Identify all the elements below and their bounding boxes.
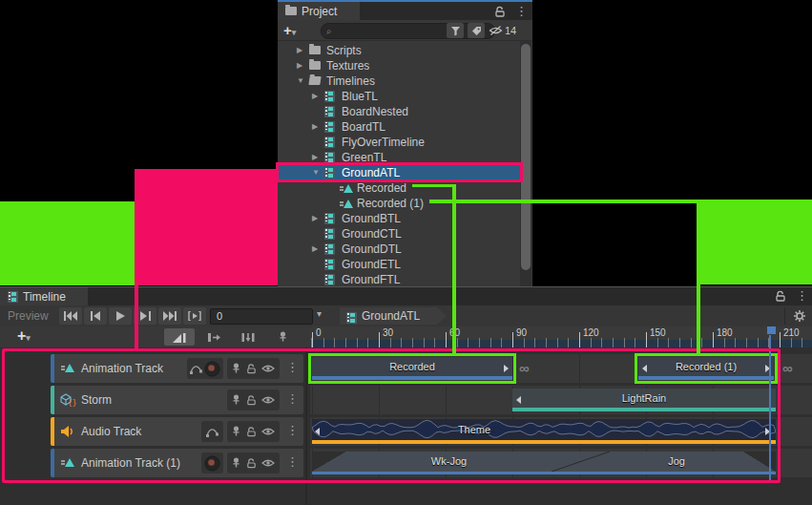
gear-icon — [793, 309, 806, 323]
folder-open-icon — [308, 76, 321, 85]
marker-pin-icon — [279, 331, 287, 343]
foldout-closed-icon[interactable]: ▶ — [312, 89, 318, 104]
goto-start-button[interactable] — [59, 307, 82, 325]
breadcrumb-label: GroundATL — [362, 309, 420, 323]
add-asset-button[interactable]: +▾ — [283, 22, 296, 38]
tree-item-label: Textures — [326, 58, 369, 74]
show-markers-button[interactable] — [270, 328, 295, 346]
timeline-window: Timeline ⋮ Preview 0 ▾ GroundATL — [0, 286, 812, 505]
kebab-menu-icon[interactable]: ⋮ — [796, 289, 808, 302]
unlock-icon[interactable] — [494, 6, 506, 17]
frame-field-value: 0 — [217, 310, 222, 322]
tree-item-grounddtl[interactable]: ▶GroundDTL — [278, 242, 520, 257]
frame-field[interactable]: 0 — [210, 308, 313, 325]
green-connector-recorded-v — [452, 184, 456, 353]
hidden-count-button[interactable]: 14 — [489, 23, 529, 38]
search-by-label-button[interactable] — [468, 23, 485, 38]
time-ruler[interactable]: 0306090120150180210 — [310, 326, 812, 347]
timeline-window-icon — [8, 291, 18, 303]
add-track-button[interactable]: +▾ — [17, 327, 31, 345]
search-by-type-icon — [450, 26, 461, 36]
pink-highlight-tracks — [2, 348, 781, 483]
timeline-asset-icon — [324, 213, 335, 224]
timeline-end-marker[interactable] — [767, 326, 776, 334]
tree-item-label: GroundETL — [342, 257, 401, 272]
tree-item-label: Timelines — [326, 74, 375, 89]
folder-icon — [285, 7, 297, 15]
tree-item-flyovertimeline[interactable]: FlyOverTimeline — [278, 135, 520, 150]
timeline-asset-icon — [324, 274, 335, 285]
ruler-label: 150 — [650, 327, 666, 338]
tab-project[interactable]: Project — [278, 2, 360, 20]
timeline-asset-icon — [324, 106, 335, 117]
timeline-tab-label: Timeline — [23, 290, 66, 304]
tree-item-label: GroundBTL — [342, 211, 401, 226]
tree-item-label: Recorded — [357, 180, 406, 196]
hidden-count: 14 — [505, 25, 516, 36]
dropdown-icon: ▾ — [26, 333, 31, 343]
transport-row: Preview 0 ▾ GroundATL — [0, 305, 812, 327]
tree-item-boardnested[interactable]: BoardNested — [278, 104, 520, 119]
pink-block — [135, 169, 278, 285]
tree-item-label: Scripts — [326, 43, 362, 58]
tree-item-recorded-1-[interactable]: Recorded (1) — [278, 196, 520, 211]
timeline-asset-icon — [324, 228, 335, 240]
play-button[interactable] — [109, 307, 132, 325]
green-connector-recorded1-v — [697, 200, 700, 353]
tree-item-recorded[interactable]: Recorded — [278, 180, 520, 196]
preview-toggle[interactable]: Preview — [8, 309, 49, 323]
unlock-icon[interactable] — [775, 290, 786, 302]
breadcrumb[interactable]: GroundATL — [340, 307, 447, 325]
kebab-menu-icon[interactable]: ⋮ — [515, 5, 528, 17]
previous-frame-button[interactable] — [84, 307, 107, 325]
edit-mode-mix-button[interactable] — [164, 328, 195, 346]
timeline-toolbar-row: +▾ 0306090120150180210 — [0, 326, 812, 348]
project-toolbar: +▾ ⌕ 14 — [278, 20, 532, 41]
pink-connector-vertical — [135, 285, 138, 348]
tree-item-groundctl[interactable]: GroundCTL — [278, 226, 520, 242]
frame-field-dropdown-icon[interactable]: ▾ — [317, 309, 322, 319]
timeline-tabbar: Timeline ⋮ — [0, 287, 812, 305]
timeline-asset-icon — [324, 259, 335, 270]
tree-item-label: BoardNested — [342, 104, 408, 119]
tree-item-label: GroundFTL — [342, 272, 400, 286]
ruler-label: 180 — [717, 327, 733, 338]
tree-item-bluetl[interactable]: ▶BlueTL — [278, 89, 520, 104]
green-block-left — [0, 201, 135, 285]
play-range-button[interactable] — [183, 307, 206, 325]
tree-item-groundetl[interactable]: GroundETL — [278, 257, 520, 272]
edit-mode-ripple-button[interactable] — [198, 328, 229, 346]
plus-icon: + — [283, 22, 292, 38]
goto-end-button[interactable] — [158, 307, 181, 325]
eye-slash-icon — [489, 25, 503, 36]
tree-item-label: Recorded (1) — [357, 196, 424, 211]
plus-icon: + — [17, 327, 26, 344]
foldout-closed-icon[interactable]: ▶ — [312, 211, 318, 226]
settings-button[interactable] — [789, 307, 809, 325]
scrollbar-thumb[interactable] — [521, 44, 531, 270]
tree-item-groundftl[interactable]: GroundFTL — [278, 272, 520, 286]
tree-item-boardtl[interactable]: ▶BoardTL — [278, 119, 520, 135]
tree-item-groundbtl[interactable]: ▶GroundBTL — [278, 211, 520, 226]
tab-timeline[interactable]: Timeline — [0, 287, 88, 305]
animation-clip-icon — [340, 200, 353, 209]
foldout-closed-icon[interactable]: ▶ — [312, 119, 318, 135]
tree-item-label: FlyOverTimeline — [342, 135, 425, 150]
tree-item-textures[interactable]: ▶Textures — [278, 58, 520, 74]
timeline-asset-icon — [324, 243, 335, 255]
foldout-closed-icon[interactable]: ▶ — [297, 58, 302, 74]
tree-item-timelines[interactable]: ▼Timelines — [278, 74, 520, 89]
search-by-type-button[interactable] — [447, 23, 464, 38]
ruler-label: 0 — [316, 327, 322, 338]
edit-mode-replace-button[interactable] — [233, 328, 263, 346]
green-connector-recorded-h — [412, 184, 454, 187]
infinite-hold-icon: ∞ — [782, 354, 793, 383]
foldout-closed-icon[interactable]: ▶ — [312, 242, 318, 257]
search-icon: ⌕ — [326, 27, 332, 36]
tree-item-scripts[interactable]: ▶Scripts — [278, 43, 520, 58]
foldout-open-icon[interactable]: ▼ — [297, 74, 304, 89]
timeline-asset-icon — [324, 91, 335, 102]
ruler-label: 120 — [583, 327, 599, 338]
divider — [784, 307, 785, 325]
foldout-closed-icon[interactable]: ▶ — [297, 43, 302, 58]
